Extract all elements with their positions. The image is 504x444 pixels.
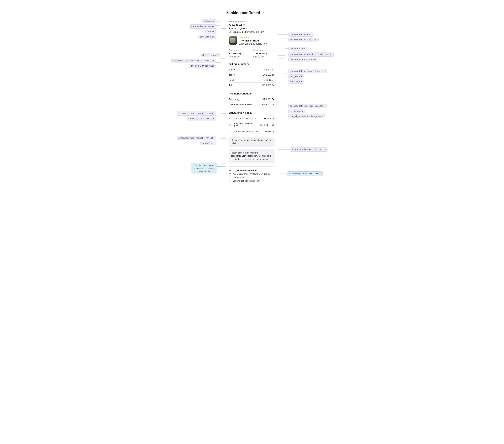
key-collection-notice: Please collect the keys from accommodati…	[229, 149, 274, 162]
tag-due-amount: due_at_accommodation_amount	[288, 114, 325, 118]
cancel-label: Cancel by 13 May at 12:00	[233, 117, 263, 120]
tag-rates-1: accommodation.rooms[].rates[]	[288, 69, 327, 73]
seller-phone: (555) 987-6543	[233, 176, 247, 179]
tag-confirmed-at: confirmed_at	[198, 35, 216, 39]
tag-cii-r: accommodation.check_in_information	[288, 53, 334, 57]
tag-guests: guests	[205, 30, 216, 34]
cancel-row: ✕Cancel after 19 May at 12:00No refund	[229, 129, 274, 134]
tag-acc-name: accommodation.name	[288, 33, 314, 37]
tag-fee-amount: fee_amount	[288, 80, 304, 84]
check-out-date: Tue 23 May	[253, 52, 274, 55]
tag-cancel-timeline: cancellation_timeline	[187, 117, 216, 121]
hotel-address: 1234 Lunar Boulevard, NYX	[239, 42, 274, 45]
cancel-value: No refund	[265, 130, 274, 133]
cancel-value: Get $400 back	[260, 124, 274, 126]
tag-acc-location: accommodation.location	[288, 38, 319, 42]
confirmed-badge-icon	[262, 12, 264, 14]
billing-total-label: Total	[229, 84, 234, 86]
tag-conditions: conditions	[200, 141, 216, 145]
tag-total-amount: total_amount	[288, 109, 306, 113]
tag-cii-l: accommodation.check_in_information	[171, 59, 216, 63]
billing-fees-value: US$ 19.54	[264, 79, 274, 81]
tag-ci-after: check_in_after_time	[189, 64, 216, 68]
due-label: Due at accommodation	[229, 103, 252, 106]
cancel-glyph-icon: ✓	[229, 124, 231, 126]
svg-rect-22	[243, 24, 245, 25]
due-value: GBP 102.04	[262, 103, 274, 106]
thumbs-up-icon: 👍	[229, 31, 231, 33]
tag-key-collection: accommodation.key_collection	[290, 147, 328, 152]
tag-co-before: check_out_before_time	[288, 58, 318, 62]
map-pin-icon: 📍	[229, 173, 231, 175]
svg-point-20	[262, 12, 264, 14]
paid-today-value: US$ 1,081.54	[261, 98, 274, 101]
hotel-rating-stars: ★★★★★	[239, 36, 274, 39]
booking-card: Booking reference AFE33SE2 1 room·3 gues…	[226, 17, 278, 186]
tag-check-in-date: check_in_date	[200, 53, 220, 57]
paid-today-label: Paid today	[229, 98, 239, 101]
cancel-label: Cancel after 19 May at 12:00	[233, 130, 263, 133]
billing-room-value: US$ 941.82	[263, 68, 274, 71]
cancel-row: ✓Cancel by 13 May at 12:00Full refund	[229, 116, 274, 121]
tag-rates-4: accommodation.rooms[].rates[]	[177, 136, 216, 140]
tag-check-out-date: check_out_date	[288, 47, 309, 51]
tag-rates-2: accommodation.rooms[].rates[]	[288, 104, 327, 108]
check-out-time: until 11:00	[253, 55, 274, 58]
check-in-date: Fri 19 May	[229, 52, 250, 55]
billing-room-label: Room	[229, 68, 235, 71]
copy-icon[interactable]	[243, 24, 245, 26]
confirmed-at: Confirmed 4 May 2022 at 14:37	[233, 31, 264, 33]
billing-summary-title: Billing summary	[229, 62, 274, 65]
check-in-label: Check in	[229, 49, 250, 52]
cancel-value: Full refund	[264, 117, 274, 120]
callout-business-info: Your business name, address and customer…	[191, 163, 217, 174]
hotel-name: The Vitz-Barlton	[239, 39, 274, 42]
rooms-guests: 1 room·3 guests	[229, 27, 274, 30]
cancel-glyph-icon: ✕	[229, 130, 231, 133]
booking-reference-value: AFE33SE2	[229, 23, 242, 26]
cancel-glyph-icon: ✓	[229, 117, 231, 120]
tag-rooms: accommodation.rooms	[189, 24, 216, 29]
billing-taxes-value: US$ 120.18	[263, 73, 274, 76]
tag-rates-3: accommodation.rooms[].rates[]	[177, 111, 216, 116]
hotel-thumbnail	[229, 36, 237, 45]
tag-tax-amount: tax_amount	[288, 74, 304, 78]
cancel-row: ✓Cancel by 18 May at 12:00Get $400 back	[229, 121, 274, 129]
check-out-label: Check out	[253, 49, 274, 52]
cancellation-title: Cancellation policy	[229, 111, 274, 114]
conditions-notice: Please read the accommodation's booking …	[229, 137, 274, 147]
phone-icon: ✆	[229, 176, 231, 179]
cancel-label: Cancel by 18 May at 12:00	[233, 122, 259, 127]
page-title: Booking confirmed	[226, 11, 260, 15]
svg-rect-21	[244, 24, 245, 25]
billing-taxes-label: Taxes	[229, 73, 235, 76]
tnc-link[interactable]: Booking conditions and T&C	[233, 180, 260, 182]
callout-tnc: Your booking Terms and Conditions	[287, 171, 323, 176]
billing-fees-label: Fees	[229, 79, 234, 81]
seller-address: 789 Oak Avenue, Anytown, USA 12345	[233, 173, 270, 175]
payment-schedule-title: Payment schedule	[229, 92, 274, 95]
billing-total-value: US 1,081.54	[262, 84, 274, 86]
tag-reference: reference	[201, 19, 216, 23]
document-icon: 🧾	[229, 180, 231, 182]
check-in-time: from 15:00	[229, 55, 250, 58]
sold-by: Sold by Horizon Adventures	[229, 169, 274, 172]
booking-reference-label: Booking reference	[229, 20, 274, 23]
